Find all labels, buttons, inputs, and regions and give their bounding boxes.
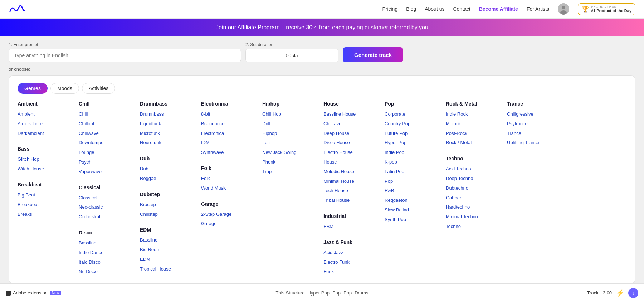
- genre-deep-house[interactable]: Deep House: [323, 130, 382, 138]
- lightning-button[interactable]: ⚡: [616, 289, 624, 289]
- genre-electro-funk[interactable]: Electro Funk: [323, 258, 382, 267]
- genre-corporate[interactable]: Corporate: [385, 110, 443, 118]
- genre-neurofunk[interactable]: Neurofunk: [140, 139, 198, 147]
- genre-classical[interactable]: Classical: [79, 194, 137, 202]
- genre-bassline-edm[interactable]: Bassline: [140, 236, 198, 244]
- genre-chillstep[interactable]: Chillstep: [140, 210, 198, 219]
- genre-darkambient[interactable]: Darkambient: [18, 130, 76, 138]
- genre-psychill[interactable]: Psychill: [79, 158, 137, 166]
- nav-affiliate[interactable]: Become Affiliate: [479, 6, 518, 12]
- genre-ebm[interactable]: EBM: [323, 223, 382, 231]
- product-hunt-badge[interactable]: 🏆 PRODUCT HUNT #1 Product of the Day: [578, 3, 635, 15]
- genre-disco-house[interactable]: Disco House: [323, 139, 382, 147]
- genre-hyper-pop[interactable]: Hyper Pop: [385, 139, 443, 147]
- genre-2step-garage[interactable]: 2-Step Garage: [201, 210, 259, 219]
- genre-trap[interactable]: Trap: [262, 168, 321, 176]
- genre-dub[interactable]: Dub: [140, 165, 198, 173]
- genre-brostep[interactable]: Brostep: [140, 201, 198, 209]
- genre-drumnbass[interactable]: Drumnbass: [140, 110, 198, 118]
- genre-chill[interactable]: Chill: [79, 110, 137, 118]
- genre-minimal-house[interactable]: Minimal House: [323, 177, 382, 186]
- genre-chillwave[interactable]: Chillwave: [79, 130, 137, 138]
- nav-blog[interactable]: Blog: [406, 6, 416, 12]
- genre-uplifting-trance[interactable]: Uplifting Trance: [507, 139, 565, 147]
- nav-contact[interactable]: Contact: [453, 6, 470, 12]
- genre-indie-dance[interactable]: Indie Dance: [79, 249, 137, 257]
- genre-indie-rock[interactable]: Indie Rock: [446, 110, 504, 118]
- genre-chillgressive[interactable]: Chillgressive: [507, 110, 565, 118]
- genre-reggae[interactable]: Reggae: [140, 175, 198, 183]
- prompt-input[interactable]: [9, 49, 241, 62]
- genre-bassline-house[interactable]: Bassline House: [323, 110, 382, 118]
- genre-chill-hop[interactable]: Chill Hop: [262, 110, 321, 118]
- genre-synth-pop[interactable]: Synth Pop: [385, 216, 443, 224]
- genre-liquidfunk[interactable]: Liquidfunk: [140, 120, 198, 128]
- genre-melodic-house[interactable]: Melodic House: [323, 168, 382, 176]
- genre-rnb[interactable]: R&B: [385, 187, 443, 195]
- tab-activities[interactable]: Activities: [82, 83, 115, 94]
- genre-house[interactable]: House: [323, 158, 382, 166]
- genre-psytrance[interactable]: Psytrance: [507, 120, 565, 128]
- download-button[interactable]: ↓: [628, 288, 638, 289]
- genre-tropical-house[interactable]: Tropical House: [140, 265, 198, 273]
- genre-kpop[interactable]: K-pop: [385, 158, 443, 166]
- genre-lofi[interactable]: Lofi: [262, 139, 321, 147]
- genre-big-room[interactable]: Big Room: [140, 246, 198, 254]
- genre-synthwave[interactable]: Synthwave: [201, 148, 259, 157]
- nav-about[interactable]: About us: [425, 6, 444, 12]
- genre-phonk[interactable]: Phonk: [262, 158, 321, 166]
- duration-input[interactable]: [245, 49, 338, 62]
- genre-electro-house[interactable]: Electro House: [323, 148, 382, 157]
- genre-slow-ballad[interactable]: Slow Ballad: [385, 206, 443, 214]
- genre-drill[interactable]: Drill: [262, 120, 321, 128]
- genre-future-pop[interactable]: Future Pop: [385, 130, 443, 138]
- genre-garage[interactable]: Garage: [201, 220, 259, 228]
- genre-atmosphere[interactable]: Atmosphere: [18, 120, 76, 128]
- genre-latin-pop[interactable]: Latin Pop: [385, 168, 443, 176]
- genre-nu-disco[interactable]: Nu Disco: [79, 268, 137, 276]
- generate-button[interactable]: Generate track: [343, 47, 403, 62]
- genre-big-beat[interactable]: Big Beat: [18, 191, 76, 199]
- genre-reggaeton[interactable]: Reggaeton: [385, 196, 443, 205]
- tab-genres[interactable]: Genres: [18, 83, 48, 94]
- genre-ambient[interactable]: Ambient: [18, 110, 76, 118]
- genre-lounge[interactable]: Lounge: [79, 148, 137, 157]
- genre-8bit[interactable]: 8-bit: [201, 110, 259, 118]
- genre-chillout[interactable]: Chillout: [79, 120, 137, 128]
- genre-motorik[interactable]: Motorik: [446, 120, 504, 128]
- tab-moods[interactable]: Moods: [50, 83, 79, 94]
- genre-vaporwave[interactable]: Vaporwave: [79, 168, 137, 176]
- genre-chillrave[interactable]: Chillrave: [323, 120, 382, 128]
- genre-dubtechno[interactable]: Dubtechno: [446, 184, 504, 193]
- genre-acid-jazz[interactable]: Acid Jazz: [323, 249, 382, 257]
- genre-breaks[interactable]: Breaks: [18, 210, 76, 219]
- affiliate-banner[interactable]: Join our Affiliate Program – receive 30%…: [0, 19, 644, 36]
- avatar[interactable]: [558, 3, 569, 15]
- genre-electronica[interactable]: Electronica: [201, 130, 259, 138]
- genre-bassline-disco[interactable]: Bassline: [79, 239, 137, 247]
- genre-trance[interactable]: Trance: [507, 130, 565, 138]
- nav-pricing[interactable]: Pricing: [382, 6, 397, 12]
- genre-techno[interactable]: Techno: [446, 223, 504, 231]
- genre-glitch-hop[interactable]: Glitch Hop: [18, 155, 76, 164]
- genre-post-rock[interactable]: Post-Rock: [446, 130, 504, 138]
- genre-pop[interactable]: Pop: [385, 177, 443, 186]
- genre-acid-techno[interactable]: Acid Techno: [446, 165, 504, 173]
- genre-new-jack-swing[interactable]: New Jack Swing: [262, 148, 321, 157]
- genre-orchestral[interactable]: Orchestral: [79, 213, 137, 221]
- genre-neo-classic[interactable]: Neo-classic: [79, 203, 137, 211]
- genre-hiphop[interactable]: Hiphop: [262, 130, 321, 138]
- genre-folk[interactable]: Folk: [201, 175, 259, 183]
- genre-witch-house[interactable]: Witch House: [18, 165, 76, 173]
- genre-downtempo[interactable]: Downtempo: [79, 139, 137, 147]
- logo[interactable]: [9, 4, 26, 14]
- genre-country-pop[interactable]: Country Pop: [385, 120, 443, 128]
- genre-gabber[interactable]: Gabber: [446, 194, 504, 202]
- genre-minimal-techno[interactable]: Minimal Techno: [446, 213, 504, 221]
- genre-hardtechno[interactable]: Hardtechno: [446, 203, 504, 211]
- genre-microfunk[interactable]: Microfunk: [140, 130, 198, 138]
- genre-edm[interactable]: EDM: [140, 255, 198, 264]
- genre-tech-house[interactable]: Tech House: [323, 187, 382, 195]
- genre-tribal-house[interactable]: Tribal House: [323, 196, 382, 205]
- genre-rock-metal[interactable]: Rock / Metal: [446, 139, 504, 147]
